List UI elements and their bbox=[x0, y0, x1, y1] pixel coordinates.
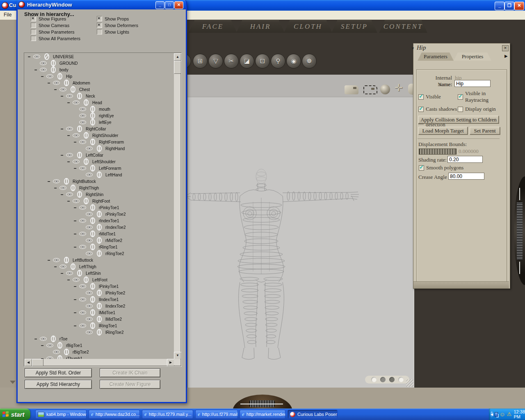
collapse-icon[interactable]: − bbox=[67, 159, 73, 164]
side-thumbwheel[interactable] bbox=[511, 176, 525, 285]
tree-item-lIndexToe1[interactable]: −lIndexToe1 bbox=[25, 296, 174, 303]
collapse-icon[interactable]: − bbox=[67, 277, 73, 283]
morphing-tool-icon[interactable]: ◉ bbox=[286, 54, 301, 68]
tree-item-lRingToe1[interactable]: −lRingToe1 bbox=[25, 322, 174, 329]
tree-item-rBigToe2[interactable]: rBigToe2 bbox=[25, 349, 174, 355]
collapse-icon[interactable]: − bbox=[61, 192, 66, 197]
tree-item-rToe[interactable]: −rToe bbox=[25, 336, 174, 342]
visibility-eye-icon[interactable] bbox=[79, 232, 86, 236]
smooth-polygons-checkbox[interactable] bbox=[419, 165, 424, 171]
visibility-eye-icon[interactable] bbox=[46, 74, 53, 78]
visibility-eye-icon[interactable] bbox=[40, 68, 47, 72]
visibility-eye-icon[interactable] bbox=[73, 199, 80, 203]
tree-item-Abdomen[interactable]: −Abdomen bbox=[25, 80, 174, 86]
alert-icon[interactable]: ⚠ bbox=[507, 411, 512, 417]
scale-tool-icon[interactable]: ⊞ bbox=[193, 54, 208, 68]
show-cameras-checkbox[interactable] bbox=[31, 23, 36, 28]
tree-item-LeftHand[interactable]: LeftHand bbox=[25, 171, 174, 178]
visibility-eye-icon[interactable] bbox=[73, 100, 80, 105]
tree-item-UNIVERSE[interactable]: −UNIVERSE bbox=[25, 53, 174, 60]
name-field[interactable] bbox=[454, 80, 491, 87]
tree-item-rightEye[interactable]: rightEye bbox=[25, 112, 174, 119]
tree-item-RightButtock[interactable]: −RightButtock bbox=[25, 178, 174, 185]
visible-checkbox[interactable] bbox=[418, 94, 424, 100]
chain-break-tool-icon[interactable]: ✂ bbox=[224, 54, 239, 68]
visibility-eye-icon[interactable] bbox=[53, 179, 60, 183]
tree-item-rIndexToe1[interactable]: −rIndexToe1 bbox=[25, 217, 174, 224]
collapse-icon[interactable]: − bbox=[41, 356, 46, 359]
tracking-dot-3[interactable] bbox=[389, 377, 395, 382]
crease-angle-field[interactable] bbox=[448, 173, 484, 180]
collapse-icon[interactable]: − bbox=[41, 74, 46, 79]
scroll-right-icon[interactable]: ▶ bbox=[167, 359, 174, 366]
tree-item-LeftButtock[interactable]: −LeftButtock bbox=[25, 257, 174, 263]
collapse-icon[interactable]: − bbox=[48, 179, 53, 184]
tree-item-LeftFoot[interactable]: −LeftFoot bbox=[25, 276, 174, 283]
tree-item-rRingToe2[interactable]: rRingToe2 bbox=[25, 250, 174, 257]
tab-parameters[interactable]: Parameters bbox=[418, 52, 454, 61]
tree-item-lIndexToe2[interactable]: lIndexToe2 bbox=[25, 303, 174, 309]
tree-item-body[interactable]: −body bbox=[25, 66, 174, 73]
collapse-chevron-icon[interactable]: ◀ bbox=[491, 411, 493, 418]
visibility-eye-icon[interactable] bbox=[46, 343, 53, 347]
tree-item-RightHand[interactable]: RightHand bbox=[25, 145, 174, 152]
visibility-eye-icon[interactable] bbox=[86, 225, 93, 229]
visibility-eye-icon[interactable] bbox=[33, 55, 40, 59]
horizontal-scroll-thumb[interactable] bbox=[32, 359, 43, 366]
collapse-icon[interactable]: − bbox=[48, 80, 53, 86]
tree-item-lMidToe1[interactable]: −lMidToe1 bbox=[25, 309, 174, 316]
tree-item-rThumb1[interactable]: −rThumb1 bbox=[25, 355, 174, 359]
collapse-icon[interactable]: − bbox=[74, 323, 79, 329]
collapse-icon[interactable]: − bbox=[74, 218, 79, 224]
tree-item-Head[interactable]: −Head bbox=[25, 99, 174, 106]
direct-manipulation-tool-icon[interactable]: ☸ bbox=[302, 54, 317, 68]
hierarchy-titlebar[interactable]: HierarchyWindow _ □ ✕ bbox=[16, 0, 186, 9]
tab-cloth[interactable]: CLOTH bbox=[284, 21, 332, 33]
load-morph-target-button[interactable]: Load Morph Target bbox=[418, 127, 468, 135]
visibility-eye-icon[interactable] bbox=[79, 284, 86, 288]
visibility-eye-icon[interactable] bbox=[79, 219, 86, 223]
visibility-eye-icon[interactable] bbox=[53, 81, 60, 85]
visibility-eye-icon[interactable] bbox=[66, 127, 73, 131]
visibility-eye-icon[interactable] bbox=[79, 205, 86, 210]
taskbar-item-5[interactable]: ehttp://market.render... bbox=[240, 410, 285, 419]
scroll-up-icon[interactable]: ▲ bbox=[174, 53, 181, 61]
display-origin-checkbox[interactable] bbox=[458, 107, 463, 112]
visibility-eye-icon[interactable] bbox=[40, 337, 47, 341]
visibility-eye-icon[interactable] bbox=[79, 324, 86, 328]
tree-item-RightFoot[interactable]: −RightFoot bbox=[25, 198, 174, 204]
collapse-icon[interactable]: − bbox=[67, 199, 73, 204]
collapse-icon[interactable]: − bbox=[74, 310, 79, 315]
visibility-eye-icon[interactable] bbox=[79, 120, 86, 124]
grouping-tool-icon[interactable]: ⊡ bbox=[255, 54, 270, 68]
displacement-dial[interactable] bbox=[419, 148, 457, 155]
visibility-eye-icon[interactable] bbox=[66, 94, 73, 98]
document-window[interactable]: ✛ bbox=[187, 75, 414, 388]
tree-item-rMidToe2[interactable]: rMidToe2 bbox=[25, 237, 174, 244]
collapse-icon[interactable]: − bbox=[54, 264, 59, 269]
tree-item-rIndexToe2[interactable]: rIndexToe2 bbox=[25, 224, 174, 231]
minimize-icon[interactable]: _ bbox=[155, 1, 164, 9]
taskbar-item-2[interactable]: ehttp://www.daz3d.co... bbox=[89, 410, 140, 419]
visibility-eye-icon[interactable] bbox=[73, 160, 80, 164]
taskbar-item-3[interactable]: ehttp://us.f279.mail.y... bbox=[142, 410, 193, 419]
tree-item-leftEye[interactable]: leftEye bbox=[25, 119, 174, 126]
visibility-eye-icon[interactable] bbox=[53, 258, 60, 262]
visibility-eye-icon[interactable] bbox=[66, 192, 73, 196]
collapse-icon[interactable]: − bbox=[61, 126, 66, 132]
set-parent-button[interactable]: Set Parent bbox=[470, 127, 500, 135]
menu-file[interactable]: File bbox=[0, 11, 15, 19]
visibility-eye-icon[interactable] bbox=[73, 133, 80, 137]
tree-item-RightThigh[interactable]: −RightThigh bbox=[25, 185, 174, 191]
tree-item-Chest[interactable]: −Chest bbox=[25, 86, 174, 93]
visibility-eye-icon[interactable] bbox=[53, 350, 60, 354]
collapse-icon[interactable]: − bbox=[74, 244, 79, 250]
maximize-icon[interactable]: □ bbox=[165, 1, 174, 9]
close-icon[interactable]: ✕ bbox=[514, 2, 524, 10]
tree-item-RightCollar[interactable]: −RightCollar bbox=[25, 126, 174, 132]
visibility-eye-icon[interactable] bbox=[79, 140, 86, 144]
visibility-eye-icon[interactable] bbox=[73, 278, 80, 282]
visibility-eye-icon[interactable] bbox=[79, 107, 86, 111]
minimize-icon[interactable]: _ bbox=[495, 2, 504, 10]
visibility-eye-icon[interactable] bbox=[79, 114, 86, 118]
